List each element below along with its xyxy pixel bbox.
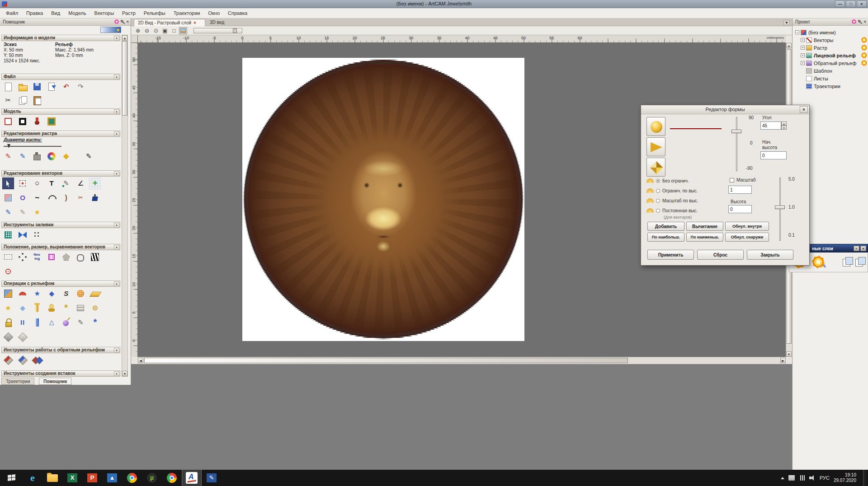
merge-lowest-button[interactable]: По наименьш. (686, 233, 723, 242)
pyramid-shape-button[interactable] (646, 158, 665, 177)
zero-plane-icon[interactable] (89, 288, 101, 299)
collapse-arrow-icon[interactable]: ▲ (114, 245, 119, 249)
mirror-back-relief-icon[interactable] (2, 354, 14, 366)
cut-icon[interactable]: ✂ (2, 94, 14, 106)
apply-button[interactable]: Применить (647, 250, 694, 260)
colour-palette-icon[interactable] (46, 150, 57, 162)
fill-points-icon[interactable] (31, 229, 43, 241)
layer-visibility-icon[interactable] (861, 52, 867, 58)
wrap-vectors-icon[interactable] (89, 251, 101, 263)
swap-back-relief-icon[interactable] (31, 354, 43, 366)
subtract-button[interactable]: Вычитание (686, 222, 723, 231)
measure-icon[interactable]: ∠ (75, 178, 86, 189)
new-layer-icon[interactable] (855, 257, 865, 267)
menu-item-4[interactable]: Модель (64, 9, 90, 17)
smooth-polyline-icon[interactable]: ✎ (17, 206, 28, 218)
height-input[interactable] (728, 205, 752, 213)
section-header-file[interactable]: Файл ▲ (1, 74, 120, 80)
emboss-wizard-icon[interactable] (46, 302, 57, 314)
utorrent-taskbar-button[interactable]: µ (142, 470, 162, 486)
offset-relief-icon[interactable] (2, 331, 14, 343)
copy-icon[interactable] (17, 94, 28, 106)
collapse-arrow-icon[interactable]: ▲ (114, 171, 119, 176)
section-header-back-relief[interactable]: Инструменты работы с обратным рельефом ▲ (1, 347, 120, 353)
redo-icon[interactable]: ↷ (75, 81, 86, 93)
select-vectors-icon[interactable] (2, 178, 14, 189)
bottom-tab-toolpaths[interactable]: Траектории (1, 378, 34, 385)
tab-list-dropdown-icon[interactable]: ▼ (783, 20, 790, 25)
opacity-slider[interactable] (193, 28, 242, 33)
collapse-icon[interactable]: − (795, 30, 799, 34)
weld-vectors-icon[interactable] (89, 192, 101, 204)
zoom-in-icon[interactable]: ⊕ (134, 27, 142, 34)
tree-item-7[interactable]: Листы (794, 75, 867, 82)
limit-option-4[interactable]: Постоянная выс. (646, 206, 719, 215)
spin-down-icon[interactable]: ▼ (781, 126, 787, 130)
scroll-down-icon[interactable]: ▼ (122, 371, 127, 376)
axial-relief-icon[interactable]: * (60, 302, 72, 314)
snap-grid-icon[interactable]: + (89, 178, 101, 189)
undo-icon[interactable]: ↶ (60, 81, 72, 93)
radio-icon[interactable] (656, 189, 660, 193)
add-button[interactable]: Добавить (647, 222, 684, 231)
collapse-arrow-icon[interactable]: ▲ (114, 348, 119, 352)
minimize-button[interactable]: — (835, 0, 845, 7)
close-tab-icon[interactable]: × (193, 20, 196, 25)
explorer-taskbar-button[interactable] (42, 470, 62, 486)
open-model-icon[interactable] (17, 81, 28, 93)
block-copy-icon[interactable] (46, 251, 57, 263)
dialog-titlebar[interactable]: Редактор формы × (641, 105, 809, 114)
close-dialog-button[interactable]: Закрыть (747, 250, 793, 260)
expand-icon[interactable]: + (801, 53, 805, 57)
weave-wizard-icon[interactable] (75, 288, 86, 299)
ie-taskbar-button[interactable]: e (23, 470, 42, 486)
scroll-right-icon[interactable]: ▶ (780, 358, 786, 363)
layer-visibility-icon[interactable] (861, 45, 867, 51)
scale-relief-icon[interactable]: II (17, 317, 28, 328)
radio-icon[interactable] (656, 179, 660, 183)
new-model-icon[interactable] (2, 81, 14, 93)
collapse-arrow-icon[interactable]: ▲ (114, 281, 119, 286)
tree-item-4[interactable]: +Лицевой рельеф (794, 51, 867, 59)
zoom-window-icon[interactable]: □ (170, 27, 178, 34)
paint-icon[interactable]: ✎ (2, 150, 14, 162)
start-height-input[interactable] (760, 151, 787, 159)
section-header-raster[interactable]: Редактирование растра ▲ (1, 131, 120, 137)
tree-item-8[interactable]: Траектории (794, 82, 867, 90)
section-header-model[interactable]: Модель ▲ (1, 108, 120, 115)
assistant-panel-header[interactable]: Помощник × (0, 19, 131, 26)
tree-item-3[interactable]: +Растр (794, 44, 867, 51)
zero-inside-button[interactable]: Обнул. внутри (725, 222, 769, 231)
tab-3d-view[interactable]: 3D вид (206, 19, 234, 26)
angle-slider-thumb[interactable] (731, 130, 741, 133)
zoom-previous-icon[interactable]: ⊙ (152, 27, 160, 34)
circular-copy-icon[interactable] (17, 251, 28, 263)
close-button[interactable]: × (857, 0, 867, 7)
scale-input[interactable] (728, 186, 752, 194)
browser2-taskbar-button[interactable] (162, 470, 182, 486)
menu-item-1[interactable]: Файл (2, 9, 22, 17)
create-text-icon[interactable]: T (46, 178, 57, 189)
tree-item-6[interactable]: Шаблон (794, 67, 867, 75)
close-panel-icon[interactable]: × (127, 20, 129, 24)
model-notes-icon[interactable] (46, 116, 57, 127)
collapse-arrow-icon[interactable]: ▲ (114, 223, 119, 227)
flower-icon[interactable] (852, 19, 856, 24)
draw-icon[interactable]: ✎ (17, 150, 28, 162)
shape-editor-icon[interactable] (2, 288, 14, 299)
slope-relief-icon[interactable]: ✎ (75, 317, 86, 328)
tree-item-5[interactable]: +Обратный рельеф (794, 59, 867, 67)
chrome-taskbar-button[interactable] (122, 470, 142, 486)
tab-2d-view[interactable]: 2D Вид - Растровый слой× (134, 19, 205, 26)
transform-vectors-icon[interactable] (17, 178, 28, 189)
close-panel-icon[interactable]: × (864, 20, 866, 24)
paste-along-curve-icon[interactable] (2, 251, 14, 263)
maximize-button[interactable]: □ (846, 0, 856, 7)
section-header-model-info[interactable]: Информация о модели ▲ (1, 35, 120, 41)
import-model-icon[interactable] (46, 81, 57, 93)
scroll-up-icon[interactable]: ▲ (786, 43, 792, 48)
fill-grid-icon[interactable] (2, 229, 14, 241)
section-header-position[interactable]: Положение, размер, выравнивание векторов… (1, 244, 120, 250)
action-center-icon[interactable] (788, 475, 795, 481)
merge-highest-button[interactable]: По наибольш. (647, 233, 684, 242)
